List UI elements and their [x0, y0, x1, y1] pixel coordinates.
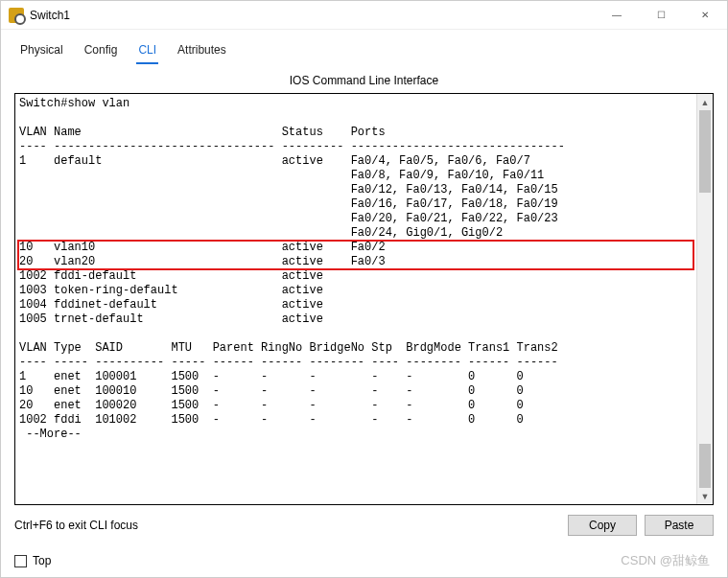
cli-output[interactable]: Switch#show vlan VLAN Name Status Ports …: [15, 94, 696, 504]
focus-hint: Ctrl+F6 to exit CLI focus: [14, 519, 560, 532]
copy-button[interactable]: Copy: [568, 515, 637, 536]
tab-bar: Physical Config CLI Attributes: [1, 30, 727, 64]
cli-panel: Switch#show vlan VLAN Name Status Ports …: [14, 93, 714, 505]
paste-button[interactable]: Paste: [645, 515, 714, 536]
top-checkbox-label: Top: [33, 554, 51, 567]
scroll-down-icon[interactable]: ▼: [697, 488, 713, 504]
window-title: Switch1: [30, 9, 70, 22]
scroll-thumb-top[interactable]: [699, 110, 711, 193]
footer: Ctrl+F6 to exit CLI focus Copy Paste: [1, 505, 727, 536]
close-button[interactable]: ✕: [683, 1, 727, 30]
tab-physical[interactable]: Physical: [18, 39, 65, 64]
tab-attributes[interactable]: Attributes: [176, 39, 228, 64]
app-icon: [9, 8, 24, 23]
panel-title: IOS Command Line Interface: [1, 64, 727, 93]
watermark: CSDN @甜鲸鱼: [621, 552, 710, 569]
scrollbar[interactable]: ▲ ▼: [696, 94, 713, 504]
minimize-button[interactable]: —: [595, 1, 639, 30]
scroll-up-icon[interactable]: ▲: [697, 94, 713, 110]
tab-config[interactable]: Config: [82, 39, 120, 64]
maximize-button[interactable]: ☐: [639, 1, 683, 30]
top-checkbox[interactable]: [14, 555, 27, 567]
titlebar: Switch1 — ☐ ✕: [1, 1, 727, 30]
top-checkbox-row: Top: [14, 554, 51, 567]
tab-cli[interactable]: CLI: [136, 39, 158, 64]
scroll-thumb-bottom[interactable]: [699, 444, 711, 488]
